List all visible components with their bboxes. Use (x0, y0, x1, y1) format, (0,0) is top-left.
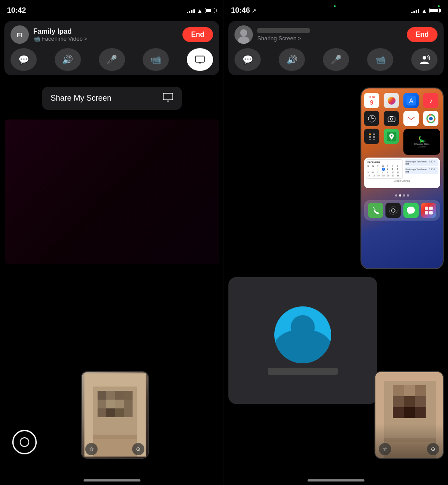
svg-rect-16 (98, 408, 106, 417)
svg-rect-12 (98, 400, 106, 408)
chrome-app-icon (423, 111, 438, 126)
svg-rect-49 (373, 139, 375, 140)
dock-messages-icon (403, 203, 419, 218)
right-time-group: 10:46 ↗ (231, 6, 256, 15)
right-message-button[interactable]: 💬 (234, 48, 261, 71)
rbar4 (418, 9, 419, 13)
right-call-controls: 💬 🔊 🎤 📹 (234, 48, 438, 71)
share-screen-icon (163, 93, 173, 104)
right-thumb-star-btn[interactable]: ☆ (379, 443, 391, 455)
left-signal-icon (187, 8, 195, 13)
svg-rect-18 (115, 408, 124, 417)
right-mic-button[interactable]: 🎤 (323, 48, 349, 71)
left-video-area (5, 119, 219, 264)
right-status-bar: 10:46 ↗ ▲ (224, 0, 448, 19)
clock-svg (367, 114, 377, 123)
phone-svg (371, 206, 380, 215)
gmail-app-icon (403, 111, 419, 126)
right-green-dot2: ● (438, 4, 440, 8)
video-icon: 📹 (33, 35, 40, 42)
appstore-svg: A (406, 96, 416, 105)
svg-rect-67 (404, 407, 415, 418)
right-wifi-icon: ▲ (421, 7, 427, 14)
svg-rect-54 (425, 207, 428, 210)
right-avatar-card (228, 277, 377, 404)
svg-rect-55 (429, 207, 433, 210)
right-thumb-camera-btn[interactable]: ⊙ (427, 443, 439, 455)
svg-rect-37 (390, 116, 393, 117)
dot2 (399, 194, 401, 197)
left-status-bar: 10:42 ▲ (0, 0, 224, 19)
battery-fill (206, 9, 211, 12)
right-end-button[interactable]: End (407, 27, 438, 42)
svg-rect-15 (124, 400, 133, 408)
iphone-app-grid: THU9 (361, 88, 443, 193)
right-status-icons: ▲ (411, 7, 441, 14)
left-speaker-button[interactable]: 🔊 (55, 48, 81, 71)
svg-rect-13 (106, 400, 115, 408)
left-mic-button[interactable]: 🎤 (99, 48, 125, 71)
svg-rect-60 (393, 385, 404, 396)
left-message-button[interactable]: 💬 (10, 48, 37, 71)
svg-point-52 (392, 209, 395, 212)
calc-svg (367, 132, 377, 141)
right-avatar-icon (234, 25, 253, 44)
svg-point-53 (389, 207, 397, 214)
svg-rect-65 (415, 396, 426, 407)
settings-svg (388, 206, 398, 215)
right-camera-button[interactable]: 📹 (367, 48, 393, 71)
left-thumb-overlay: ☆ ⊙ (82, 443, 148, 455)
svg-rect-62 (415, 385, 426, 396)
avatar-body (274, 329, 331, 363)
right-panel: 10:46 ↗ ▲ (224, 0, 448, 485)
left-panel: 10:42 ▲ FI Fa (0, 0, 224, 485)
svg-point-51 (391, 135, 392, 137)
share-screen-button[interactable]: Share My Screen (42, 87, 182, 110)
google-calendar-widget: DECEMBER SMTWTFS 1234 567891011 12131415… (364, 158, 440, 188)
dot3 (403, 194, 405, 197)
clock-app-icon (364, 111, 379, 126)
chrome-dino-widget: 🦕 Chrome Dino Chrome (403, 129, 440, 155)
left-call-banner: FI Family Ipad 📹 FaceTime Video > End 💬 … (4, 21, 219, 75)
right-time: 10:46 (231, 6, 250, 15)
left-screen-share-button[interactable] (187, 48, 213, 71)
calendar-app-icon: THU9 (364, 93, 379, 108)
person-wave-icon (419, 55, 430, 64)
left-end-button[interactable]: End (182, 27, 213, 42)
record-inner (20, 437, 29, 447)
svg-point-22 (240, 29, 247, 36)
bar4 (193, 9, 195, 13)
left-video-thumbnail[interactable]: ☆ ⊙ (81, 371, 149, 459)
bar2 (189, 11, 190, 13)
maps-svg (387, 132, 396, 141)
svg-point-24 (423, 56, 426, 60)
bar1 (187, 12, 188, 13)
svg-rect-11 (124, 391, 133, 400)
camera-app-icon (384, 111, 399, 126)
svg-rect-10 (115, 391, 124, 400)
left-call-subtitle: 📹 FaceTime Video > (33, 35, 88, 42)
record-button[interactable] (12, 430, 37, 454)
iphone-dock (364, 200, 440, 221)
right-call-subtitle: Sharing Screen > (257, 35, 310, 42)
svg-rect-44 (369, 134, 371, 135)
dock-multitask-icon (421, 203, 436, 218)
svg-rect-66 (393, 407, 404, 418)
left-camera-button[interactable]: 📹 (143, 48, 169, 71)
left-home-indicator (84, 479, 140, 481)
right-video-thumbnail[interactable]: ☆ ⊙ (374, 371, 444, 459)
svg-rect-3 (163, 93, 173, 100)
battery-body (205, 8, 215, 13)
right-person-wave-button[interactable] (411, 48, 438, 71)
left-wifi-icon: ▲ (197, 7, 203, 14)
rbar3 (416, 10, 417, 13)
left-call-details: Family Ipad 📹 FaceTime Video > (33, 27, 88, 42)
svg-rect-57 (429, 211, 433, 214)
multitask-svg (424, 206, 434, 215)
right-speaker-button[interactable]: 🔊 (279, 48, 305, 71)
right-green-dot: ● (333, 4, 336, 8)
left-thumb-camera-btn[interactable]: ⊙ (132, 443, 144, 455)
left-thumb-star-btn[interactable]: ☆ (85, 443, 98, 455)
svg-text:♪: ♪ (429, 97, 432, 104)
left-time: 10:42 (7, 6, 26, 15)
